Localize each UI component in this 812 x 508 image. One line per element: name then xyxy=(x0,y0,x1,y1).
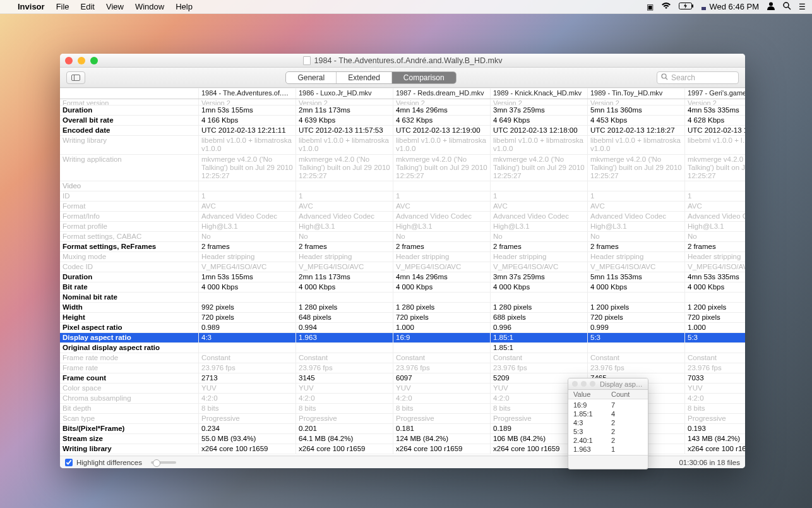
highlight-threshold-slider[interactable] xyxy=(151,461,176,464)
search-input[interactable]: Search xyxy=(657,71,739,84)
table-cell: Advanced Video Codec xyxy=(588,212,685,222)
table-cell: 4:3 xyxy=(199,333,296,343)
popover-row[interactable]: 2.40:12 xyxy=(568,436,648,445)
menu-help[interactable]: Help xyxy=(176,2,193,11)
table-row[interactable]: Encoded dateUTC 2012-02-13 12:21:11UTC 2… xyxy=(60,126,745,136)
zoom-button[interactable] xyxy=(90,57,98,64)
popover-row[interactable]: 1.85:14 xyxy=(568,409,648,418)
table-cell: 1 280 pixels xyxy=(491,303,588,313)
airplay-icon[interactable]: ▣ xyxy=(647,3,654,11)
popover-min-button[interactable] xyxy=(581,381,587,387)
battery-icon[interactable] xyxy=(679,3,694,11)
menubar-clock[interactable]: Wed 6:46 PM xyxy=(709,2,759,11)
table-cell: libebml v1.0.0 + libmatroska v1.0.0 xyxy=(393,136,491,155)
table-row[interactable]: Frame rate modeConstantConstantConstantC… xyxy=(60,353,745,363)
column-header[interactable]: 1987 - Reds.dream_HD.mkv xyxy=(393,88,491,99)
table-cell: 1 xyxy=(588,191,685,202)
notification-center-icon[interactable]: ☰ xyxy=(799,3,806,11)
table-row[interactable]: Muxing modeHeader strippingHeader stripp… xyxy=(60,252,745,262)
table-row[interactable]: Writing librarylibebml v1.0.0 + libmatro… xyxy=(60,136,745,155)
table-cell: 0.181 xyxy=(393,424,491,434)
column-header[interactable]: 1986 - Luxo.Jr_HD.mkv xyxy=(296,88,393,99)
spotlight-icon[interactable] xyxy=(783,2,791,12)
table-cell: 8 bits xyxy=(685,404,745,414)
table-cell: 1.963 xyxy=(296,333,393,343)
table-row[interactable]: FormatAVCAVCAVCAVCAVCAVC xyxy=(60,202,745,212)
table-cell: 2 frames xyxy=(588,242,685,252)
svg-rect-1 xyxy=(692,4,693,8)
tab-comparison[interactable]: Comparison xyxy=(392,72,456,83)
table-cell: Header stripping xyxy=(199,252,296,262)
wifi-icon[interactable] xyxy=(661,3,671,11)
table-cell: UTC 2012-02-13 1… xyxy=(685,126,745,136)
table-cell: AVC xyxy=(491,202,588,212)
user-icon[interactable] xyxy=(767,1,775,12)
highlight-differences-checkbox[interactable] xyxy=(65,459,73,466)
table-row[interactable]: Codec IDV_MPEG4/ISO/AVCV_MPEG4/ISO/AVCV_… xyxy=(60,262,745,272)
table-cell: High@L3.1 xyxy=(588,222,685,232)
popover-title: Display asp… xyxy=(600,380,643,388)
menu-window[interactable]: Window xyxy=(135,2,164,11)
menu-app-name[interactable]: Invisor xyxy=(18,2,45,11)
row-label: Display aspect ratio xyxy=(60,333,199,343)
table-row[interactable]: Writing applicationmkvmerge v4.2.0 ('No … xyxy=(60,155,745,181)
table-row[interactable]: Video xyxy=(60,181,745,191)
table-cell: mkvmerge v4.2.0 ('No Talking') built on … xyxy=(491,155,588,181)
popover-titlebar[interactable]: Display asp… xyxy=(568,378,648,390)
column-header[interactable]: 1997 - Geri's.game_… xyxy=(685,88,745,99)
minimize-button[interactable] xyxy=(78,57,85,64)
column-header[interactable]: 1984 - The.Adventures.of.An… xyxy=(199,88,296,99)
table-cell: UTC 2012-02-13 12:18:00 xyxy=(491,126,588,136)
table-row[interactable]: Original display aspect ratio1.85:1 xyxy=(60,343,745,353)
table-row[interactable]: Duration1mn 53s 155ms2mn 11s 173ms4mn 14… xyxy=(60,106,745,116)
table-row[interactable]: Bit rate4 000 Kbps4 000 Kbps4 000 Kbps4 … xyxy=(60,282,745,293)
menu-edit[interactable]: Edit xyxy=(81,2,95,11)
table-row[interactable]: ID111111 xyxy=(60,191,745,202)
table-cell: 55.0 MB (93.4%) xyxy=(199,434,296,444)
row-label: Format profile xyxy=(60,222,199,232)
table-row[interactable]: Duration1mn 53s 155ms2mn 11s 173ms4mn 14… xyxy=(60,272,745,282)
table-row[interactable]: Nominal bit rate xyxy=(60,293,745,303)
popover-row[interactable]: 4:32 xyxy=(568,418,648,427)
close-button[interactable] xyxy=(65,57,73,64)
popover-zoom-button[interactable] xyxy=(590,381,595,387)
table-cell: 4:2:0 xyxy=(296,394,393,404)
column-header[interactable]: 1989 - Knick.Knack_HD.mkv xyxy=(491,88,588,99)
popover-row[interactable]: 16:97 xyxy=(568,401,648,409)
tab-extended[interactable]: Extended xyxy=(337,72,392,83)
table-row[interactable]: Pixel aspect ratio0.9890.9941.0000.9960.… xyxy=(60,323,745,333)
popover-row[interactable]: 1.9631 xyxy=(568,445,648,454)
popover-row[interactable]: 5:32 xyxy=(568,427,648,436)
column-header[interactable] xyxy=(60,88,199,99)
table-row[interactable]: Format settings, ReFrames2 frames2 frame… xyxy=(60,242,745,252)
table-row[interactable]: Format profileHigh@L3.1High@L3.1High@L3.… xyxy=(60,222,745,232)
table-row[interactable]: Format/InfoAdvanced Video CodecAdvanced … xyxy=(60,212,745,222)
table-row[interactable]: Height720 pixels648 pixels720 pixels688 … xyxy=(60,313,745,323)
sidebar-toggle-button[interactable] xyxy=(66,71,85,84)
column-header[interactable]: 1989 - Tin.Toy_HD.mkv xyxy=(588,88,685,99)
table-cell: 4 649 Kbps xyxy=(491,116,588,126)
row-label: Frame rate xyxy=(60,363,199,373)
popover-col-count[interactable]: Count xyxy=(611,390,643,398)
table-row[interactable]: Overall bit rate4 166 Kbps4 639 Kbps4 63… xyxy=(60,116,745,126)
table-row[interactable]: Display aspect ratio4:31.96316:91.85:15:… xyxy=(60,333,745,343)
popover-col-value[interactable]: Value xyxy=(573,390,611,398)
tab-general[interactable]: General xyxy=(286,72,337,83)
menu-file[interactable]: File xyxy=(56,2,69,11)
popover-close-button[interactable] xyxy=(572,381,578,387)
popover-footer xyxy=(568,455,648,469)
table-cell: 2mn 11s 173ms xyxy=(296,272,393,282)
row-label: Format settings, ReFrames xyxy=(60,242,199,252)
menu-view[interactable]: View xyxy=(106,2,124,11)
table-cell: Constant xyxy=(685,353,745,363)
table-cell: YUV xyxy=(199,384,296,394)
titlebar[interactable]: 1984 - The.Adventures.of.André.and.Wally… xyxy=(60,54,745,68)
table-cell: 4mn 53s 335ms xyxy=(685,106,745,116)
table-cell xyxy=(685,343,745,353)
table-row[interactable]: Width992 pixels1 280 pixels1 280 pixels1… xyxy=(60,303,745,313)
table-cell: x264 core 100 r1659 xyxy=(199,444,296,454)
window-title: 1984 - The.Adventures.of.André.and.Wally… xyxy=(314,56,503,65)
table-cell: 4 000 Kbps xyxy=(296,282,393,293)
table-row[interactable]: Format settings, CABACNoNoNoNoNoNo xyxy=(60,232,745,242)
table-row[interactable]: Frame rate23.976 fps23.976 fps23.976 fps… xyxy=(60,363,745,373)
